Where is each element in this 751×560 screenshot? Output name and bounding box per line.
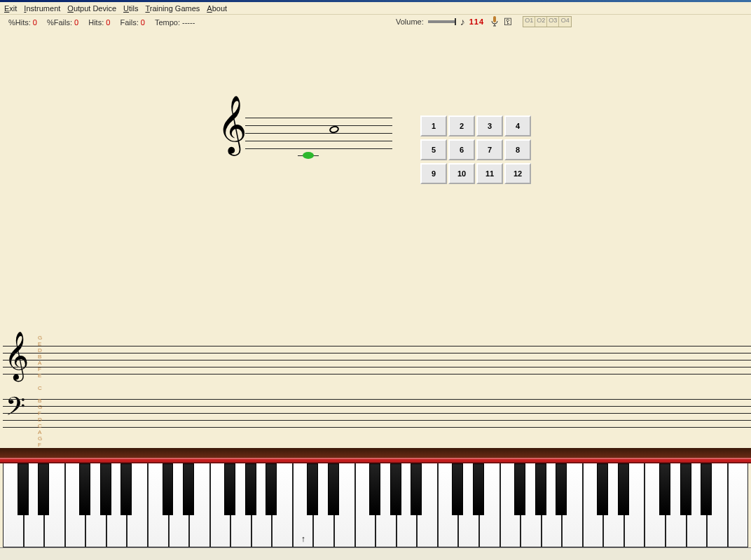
- black-key[interactable]: [307, 463, 318, 515]
- black-key[interactable]: [411, 463, 422, 515]
- stat-percent-hits: %Hits: 0: [8, 18, 37, 27]
- black-key[interactable]: [100, 463, 111, 515]
- stat-hits: Hits: 0: [88, 18, 110, 27]
- note-name-labels: GEDBAFECBGFDCAGF: [38, 335, 42, 448]
- black-key[interactable]: [79, 463, 90, 515]
- middle-c-marker: ↑: [301, 534, 305, 544]
- piano-rail: [0, 448, 751, 458]
- black-key[interactable]: [701, 463, 712, 515]
- octave-o4[interactable]: O4: [559, 17, 571, 27]
- black-key[interactable]: [328, 463, 339, 515]
- white-key[interactable]: [65, 463, 86, 547]
- numpad-2[interactable]: 2: [448, 115, 475, 136]
- black-key[interactable]: [618, 463, 629, 515]
- grand-bass-lines: [3, 399, 751, 434]
- white-key[interactable]: [210, 463, 231, 547]
- staff-lines: [245, 118, 392, 156]
- key-icon[interactable]: ⚿: [504, 17, 512, 27]
- menu-utils[interactable]: Utils: [123, 4, 138, 13]
- volume-label: Volume:: [396, 18, 424, 26]
- black-key[interactable]: [452, 463, 463, 515]
- black-key[interactable]: [18, 463, 29, 515]
- black-key[interactable]: [245, 463, 256, 515]
- white-key[interactable]: [728, 463, 749, 547]
- white-key[interactable]: [3, 463, 24, 547]
- octave-o3[interactable]: O3: [547, 17, 559, 27]
- stat-percent-fails: %Fails: 0: [47, 18, 78, 27]
- note-label: G: [38, 435, 42, 442]
- note-label: A: [38, 429, 42, 435]
- number-pad: 1 2 3 4 5 6 7 8 9 10 11 12: [420, 115, 531, 184]
- note-label: G: [38, 335, 42, 341]
- black-key[interactable]: [535, 463, 546, 515]
- black-key[interactable]: [183, 463, 194, 515]
- octave-o2[interactable]: O2: [535, 17, 547, 27]
- note-label: C: [38, 385, 42, 391]
- black-key[interactable]: [659, 463, 670, 515]
- grand-staff: 𝄞 𝄢 GEDBAFECBGFDCAGF: [3, 337, 751, 442]
- numpad-12[interactable]: 12: [504, 163, 531, 184]
- menu-about[interactable]: About: [207, 4, 227, 13]
- numpad-10[interactable]: 10: [448, 163, 475, 184]
- eighth-note-icon: ♪: [460, 16, 465, 27]
- white-key[interactable]: [500, 463, 521, 547]
- menu-about-label: bout: [212, 4, 227, 13]
- black-key[interactable]: [680, 463, 691, 515]
- numpad-4[interactable]: 4: [504, 115, 531, 136]
- black-key[interactable]: [514, 463, 525, 515]
- black-key[interactable]: [224, 463, 235, 515]
- microphone-icon[interactable]: [488, 16, 499, 27]
- black-key[interactable]: [120, 463, 132, 515]
- status-bar: %Hits: 0 %Fails: 0 Hits: 0 Fails: 0 Temp…: [0, 15, 751, 30]
- black-key[interactable]: [38, 463, 49, 515]
- treble-clef-icon: 𝄞: [217, 99, 247, 150]
- note-label: E: [38, 372, 42, 379]
- black-key[interactable]: [473, 463, 484, 515]
- stat-fails: Fails: 0: [120, 18, 144, 27]
- numpad-11[interactable]: 11: [476, 163, 503, 184]
- menu-utils-label: tils: [129, 4, 138, 13]
- note-label: D: [38, 416, 42, 423]
- stat-tempo: Tempo: -----: [155, 18, 195, 27]
- octave-o1[interactable]: O1: [523, 17, 535, 27]
- white-key[interactable]: [645, 463, 666, 547]
- menu-instrument[interactable]: Instrument: [24, 4, 60, 13]
- volume-area: Volume: ♪ 114 ⚿ O1 O2 O3 O4: [396, 16, 572, 27]
- menu-bar: Exit Instrument Output Device Utils Trai…: [0, 2, 751, 15]
- black-key[interactable]: [369, 463, 380, 515]
- menu-output-device[interactable]: Output Device: [67, 4, 116, 13]
- numpad-7[interactable]: 7: [476, 139, 503, 160]
- numpad-3[interactable]: 3: [476, 115, 503, 136]
- volume-slider[interactable]: [428, 20, 456, 23]
- numpad-9[interactable]: 9: [420, 163, 447, 184]
- menu-exit[interactable]: Exit: [4, 4, 17, 13]
- white-key[interactable]: [355, 463, 376, 547]
- white-key[interactable]: [148, 463, 169, 547]
- note-label: E: [38, 341, 42, 347]
- note-label: D: [38, 347, 42, 354]
- note-label: G: [38, 404, 42, 410]
- note-label: A: [38, 360, 42, 366]
- menu-training-games[interactable]: Training Games: [145, 4, 200, 13]
- white-key[interactable]: [583, 463, 604, 547]
- note-label: F: [38, 366, 42, 372]
- black-key[interactable]: [556, 463, 567, 515]
- numpad-6[interactable]: 6: [448, 139, 475, 160]
- numpad-8[interactable]: 8: [504, 139, 531, 160]
- numpad-5[interactable]: 5: [420, 139, 447, 160]
- current-note-indicator: [303, 152, 314, 159]
- volume-value: 114: [469, 18, 484, 26]
- piano-felt: [0, 458, 751, 463]
- black-key[interactable]: [266, 463, 277, 515]
- note-label: F: [38, 442, 42, 448]
- white-key[interactable]: ↑: [293, 463, 314, 547]
- note-label: [38, 391, 42, 398]
- white-key[interactable]: [438, 463, 459, 547]
- black-key[interactable]: [390, 463, 401, 515]
- black-key[interactable]: [597, 463, 608, 515]
- black-key[interactable]: [163, 463, 174, 515]
- numpad-1[interactable]: 1: [420, 115, 447, 136]
- menu-exit-label: xit: [9, 4, 17, 13]
- piano-keyboard: ↑: [3, 463, 748, 547]
- note-label: [38, 379, 42, 385]
